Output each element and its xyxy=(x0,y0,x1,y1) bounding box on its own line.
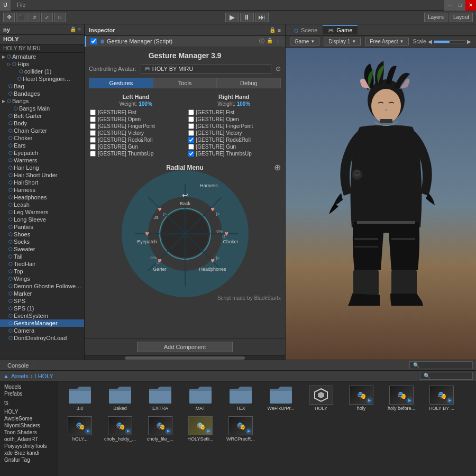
hierarchy-item[interactable]: ⬡ Hair Short Under xyxy=(0,171,84,179)
hierarchy-item[interactable]: ⬡ Leash xyxy=(0,201,84,208)
hierarchy-item[interactable]: ⬡ GestureManager xyxy=(0,319,84,327)
hierarchy-item[interactable]: ⬡ Camera xyxy=(0,327,84,334)
component-enabled-checkbox[interactable] xyxy=(90,38,97,44)
gesture-checkbox[interactable] xyxy=(188,137,194,143)
hierarchy-item[interactable]: ▷ ⬡ Hips xyxy=(0,60,84,68)
layers-button[interactable]: Layers xyxy=(424,13,447,22)
asset-grid-item[interactable]: 🎭 ▶ holy xyxy=(343,385,380,412)
asset-sidebar-item[interactable]: Models xyxy=(2,383,56,390)
display-dropdown[interactable]: Display 1 ▼ xyxy=(324,38,361,45)
asset-grid-item[interactable]: 🎭 ⚙ ▶ HOLYSetli... xyxy=(182,415,219,443)
asset-sidebar-item[interactable]: Prefabs xyxy=(2,390,56,397)
asset-sidebar-item[interactable]: AwoleSome xyxy=(2,415,56,422)
scale-left-icon[interactable]: ◀ xyxy=(428,39,432,44)
hierarchy-item[interactable]: ▶ ⬡ Armature xyxy=(0,53,84,60)
hierarchy-item[interactable]: ⬡ Belt Garter xyxy=(0,112,84,120)
hierarchy-lock-icon[interactable]: 🔒 xyxy=(70,26,76,33)
component-lock-icon[interactable]: 🔒 xyxy=(267,38,273,45)
hierarchy-item[interactable]: ⬡ HairShort xyxy=(0,179,84,186)
hierarchy-item[interactable]: ⬡ Sweater xyxy=(0,245,84,253)
gesture-checkbox[interactable] xyxy=(188,144,194,150)
hierarchy-item[interactable]: ⬡ Heart Springjoint by Nik... xyxy=(0,75,84,83)
scroll-bar[interactable] xyxy=(85,355,285,360)
hierarchy-item[interactable]: ⬡ Leg Warmers xyxy=(0,208,84,216)
gesture-checkbox[interactable] xyxy=(90,123,96,129)
asset-sidebar-item[interactable]: NiyomiShaders xyxy=(2,422,56,429)
gesture-checkbox[interactable] xyxy=(188,109,194,115)
asset-search-input[interactable] xyxy=(420,372,473,380)
scene-tab-game[interactable]: 🎮 Game xyxy=(323,25,358,34)
hierarchy-item[interactable]: ⬡ Bag xyxy=(0,83,84,90)
asset-sidebar-item[interactable]: xde Brac kandi xyxy=(2,450,56,456)
hierarchy-item[interactable]: ⬡ Chain Garter xyxy=(0,127,84,134)
asset-sidebar-item[interactable]: ts xyxy=(2,399,56,406)
asset-grid-item[interactable]: 🎭 ▶ choly_file_... xyxy=(142,415,179,443)
hierarchy-item[interactable]: ⬡ Warmers xyxy=(0,157,84,164)
asset-grid-item[interactable]: 🎭 ▶ HOLY BY ... xyxy=(423,385,460,412)
asset-grid-item[interactable]: 🎭 ▶ choly_holdy_... xyxy=(102,415,139,443)
step-button[interactable]: ⏭ xyxy=(255,13,269,22)
hierarchy-item[interactable]: ⬡ Wings xyxy=(0,275,84,282)
menu-maximize[interactable]: □ xyxy=(455,0,465,11)
hierarchy-item[interactable]: ⬡ Eyepatch xyxy=(0,149,84,157)
hierarchy-item[interactable]: ⬡ Bangs Main xyxy=(0,105,84,112)
gesture-checkbox[interactable] xyxy=(188,130,194,136)
hierarchy-item[interactable]: ⬡ Shoes xyxy=(0,231,84,238)
menu-minimize[interactable]: ─ xyxy=(444,0,455,11)
hierarchy-item[interactable]: ⬡ Bandages xyxy=(0,90,84,97)
asset-grid-item[interactable]: WeFixUrPr... xyxy=(262,385,299,412)
asset-grid-item[interactable]: MAT xyxy=(182,385,219,412)
hierarchy-item[interactable]: ⬡ Ears xyxy=(0,142,84,149)
asset-grid-item[interactable]: 3.0 xyxy=(61,385,98,412)
asset-grid-item[interactable]: 🎭 ▶ WRCPrecR... xyxy=(222,415,259,443)
gesture-checkbox[interactable] xyxy=(90,130,96,136)
gesture-checkbox[interactable] xyxy=(90,144,96,150)
gesture-checkbox[interactable] xyxy=(188,123,194,129)
hierarchy-item[interactable]: ⬡ EventSystem xyxy=(0,312,84,319)
hierarchy-item[interactable]: ⬡ Long Sleeve xyxy=(0,216,84,223)
scene-tab-scene[interactable]: ⬡ Scene xyxy=(289,26,323,34)
hierarchy-menu-icon[interactable]: ≡ xyxy=(78,26,81,33)
controlling-clear-icon[interactable]: ⊙ xyxy=(276,65,281,72)
asset-grid-item[interactable]: 🎭 ▶ holy before... xyxy=(383,385,420,412)
play-button[interactable]: ▶ xyxy=(225,13,239,22)
console-tab[interactable]: Console xyxy=(3,362,33,369)
menu-close[interactable]: ✕ xyxy=(465,0,476,11)
hierarchy-item[interactable]: ⬡ TiedHair xyxy=(0,260,84,268)
asset-sidebar-item[interactable]: PoiysysUnityTools xyxy=(2,443,56,450)
scale-right-icon[interactable]: ▶ xyxy=(467,39,471,44)
radial-add-icon[interactable]: ⊕ xyxy=(274,163,281,172)
scale-bar[interactable] xyxy=(434,40,465,43)
hierarchy-options-icon[interactable]: ⋮ xyxy=(75,36,81,43)
tool-scale[interactable]: ⤢ xyxy=(41,13,53,22)
hierarchy-item[interactable]: ⬡ Headphones xyxy=(0,194,84,201)
component-info-icon[interactable]: ⓘ xyxy=(259,38,264,45)
asset-sidebar-item[interactable]: Gnsfur Tag xyxy=(2,456,56,463)
hierarchy-item[interactable]: ⬡ Socks xyxy=(0,238,84,245)
asset-grid-item[interactable]: TEX xyxy=(222,385,259,412)
asset-sidebar-item[interactable]: HOLY xyxy=(2,408,56,415)
hierarchy-item[interactable]: ⬡ Demon Ghostie Follower (p xyxy=(0,282,84,290)
tab-tools[interactable]: Tools xyxy=(153,78,217,88)
inspector-menu-icon[interactable]: ≡ xyxy=(278,27,281,33)
hierarchy-item[interactable]: ⬡ Harness xyxy=(0,186,84,194)
add-component-button[interactable]: Add Component xyxy=(137,342,233,352)
gesture-checkbox[interactable] xyxy=(90,151,96,157)
hierarchy-item[interactable]: ⬡ Panties xyxy=(0,223,84,231)
asset-sidebar-item[interactable]: ooth_AdamRT xyxy=(2,436,56,443)
hierarchy-item[interactable]: ⬡ Tail xyxy=(0,253,84,260)
hierarchy-item[interactable]: ⬡ Marker xyxy=(0,290,84,297)
tool-rect[interactable]: □ xyxy=(54,13,66,22)
hierarchy-item[interactable]: ⬡ collider (1) xyxy=(0,68,84,75)
tab-debug[interactable]: Debug xyxy=(217,78,280,88)
game-label-box[interactable]: Game ▼ xyxy=(290,38,319,45)
hierarchy-item[interactable]: ⬡ Hair Long xyxy=(0,164,84,171)
hierarchy-item[interactable]: ⬡ SPS xyxy=(0,297,84,305)
tool-rotate[interactable]: ↺ xyxy=(29,13,40,22)
gesture-checkbox[interactable] xyxy=(90,116,96,122)
hierarchy-item[interactable]: ⬡ DontDestroyOnLoad xyxy=(0,334,84,342)
asset-grid-item[interactable]: Baked xyxy=(102,385,139,412)
asset-sidebar-item[interactable]: Toon Shaders xyxy=(2,429,56,436)
tool-move[interactable]: ⬛ xyxy=(16,13,28,22)
pause-button[interactable]: ⏸ xyxy=(240,13,254,22)
